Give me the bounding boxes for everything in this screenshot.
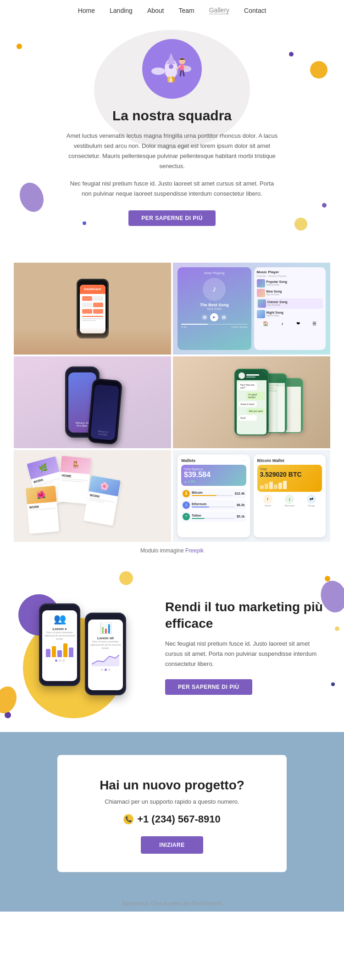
mkt-deco-blob-orange2: [119, 571, 133, 585]
hero-image-circle: [142, 39, 202, 99]
mkt-phone2-label: Lorem sit: [90, 636, 121, 640]
gallery-item-2[interactable]: Now Playing ♪ The Best Song New Artist ⏮…: [173, 263, 330, 355]
marketing-left: 👥 Lorem s Dolor sit amet consectetur adi…: [18, 590, 147, 704]
marketing-title: Rendi il tuo marketing più efficace: [165, 599, 326, 632]
deco-dot-purple-br: [322, 203, 327, 208]
svg-line-15: [183, 71, 184, 76]
marketing-desc: Nec feugiat nisl pretium fusce id. Justo…: [165, 639, 326, 669]
nav-landing[interactable]: Landing: [110, 7, 133, 14]
deco-blob-yellow-br: [294, 218, 307, 231]
svg-point-4: [169, 64, 173, 69]
gallery-item-5[interactable]: 🌿 WORK 🪑 HOME 🌸 WORK: [14, 450, 171, 542]
freepik-note: Modulo immagine Freepik: [0, 542, 344, 558]
deco-dot-orange-tl: [17, 44, 22, 49]
freepik-link[interactable]: Freepik: [185, 547, 204, 554]
deco-blob-orange: [310, 61, 327, 79]
mkt-deco-dot-sm2: [335, 626, 339, 631]
svg-line-14: [180, 71, 181, 76]
deco-blob-purple-bl: [16, 179, 47, 215]
cta-phone-row: 📞 +1 (234) 567-8910: [76, 813, 268, 825]
phone-icon: 📞: [123, 814, 133, 824]
hero-title: La nostra squadra: [37, 108, 307, 124]
nav-team[interactable]: Team: [178, 7, 194, 14]
hero-desc2: Nec feugiat nisl pretium fusce id. Justo…: [67, 179, 277, 199]
footer-text: Sample text. Click to select the Text El…: [122, 901, 222, 906]
deco-dot-purple-tr: [289, 52, 294, 56]
footer-note: Sample text. Click to select the Text El…: [0, 895, 344, 912]
marketing-phone-1: 👥 Lorem s Dolor sit amet consectetur adi…: [39, 603, 80, 686]
deco-dot-blue: [83, 221, 86, 225]
mkt-deco-blob-orange: [0, 683, 20, 716]
marketing-phone-2: 📊 Lorem sit Dolor sit amet consectetur a…: [85, 613, 126, 695]
marketing-cta-button[interactable]: PER SAPERNE DI PIÙ: [165, 679, 252, 695]
hero-section: La nostra squadra Amet luctus venenatis …: [0, 21, 344, 249]
marketing-section: 👥 Lorem s Dolor sit amet consectetur adi…: [0, 562, 344, 732]
mkt-phone2-sub: Dolor sit amet consectetur adipiscing el…: [90, 640, 121, 650]
hero-cta-button[interactable]: PER SAPERNE DI PIÙ: [128, 210, 216, 226]
rocket-illustration: [149, 44, 195, 94]
mkt-phone1-label: Lorem s: [44, 627, 75, 631]
svg-marker-3: [166, 53, 176, 64]
mkt-deco-dot-sm1: [331, 682, 335, 686]
nav-gallery[interactable]: Gallery: [209, 6, 229, 14]
mkt-phone1-sub: Dolor sit amet consectetur adipiscing el…: [44, 631, 75, 641]
marketing-right: Rendi il tuo marketing più efficace Nec …: [165, 599, 326, 695]
mkt-deco-dot-tr: [325, 576, 330, 581]
navigation: Home Landing About Team Gallery Contact: [0, 0, 344, 21]
gallery-item-6[interactable]: Wallets ⋯ Total Balance $39.584 ▲ 2.5% ₿…: [173, 450, 330, 542]
gallery-section: Dashboard: [0, 249, 344, 562]
svg-point-0: [151, 68, 165, 75]
nav-home[interactable]: Home: [78, 7, 95, 14]
cta-phone-number: +1 (234) 567-8910: [137, 813, 221, 825]
nav-about[interactable]: About: [147, 7, 164, 14]
hero-desc1: Amet luctus venenatis lectus magna fring…: [57, 131, 287, 171]
marketing-phones: 👥 Lorem s Dolor sit amet consectetur adi…: [18, 590, 147, 704]
cta-title: Hai un nuovo progetto?: [76, 778, 268, 793]
cta-desc: Chiamaci per un supporto rapido a questo…: [76, 798, 268, 805]
gallery-item-1[interactable]: Dashboard: [14, 263, 171, 355]
cta-button[interactable]: INIZIARE: [141, 836, 203, 854]
nav-contact[interactable]: Contact: [244, 7, 266, 14]
svg-point-9: [170, 78, 172, 83]
gallery-item-4[interactable]: Hey! How are you? I'm good thanks! Great…: [173, 356, 330, 448]
marketing-inner: 👥 Lorem s Dolor sit amet consectetur adi…: [18, 590, 326, 704]
gallery-grid: Dashboard: [14, 263, 330, 542]
cta-box: Hai un nuovo progetto? Chiamaci per un s…: [57, 755, 287, 872]
gallery-item-3[interactable]: iPhone 12Pro Max iPhone 12Pro Max: [14, 356, 171, 448]
cta-section: Hai un nuovo progetto? Chiamaci per un s…: [0, 732, 344, 895]
